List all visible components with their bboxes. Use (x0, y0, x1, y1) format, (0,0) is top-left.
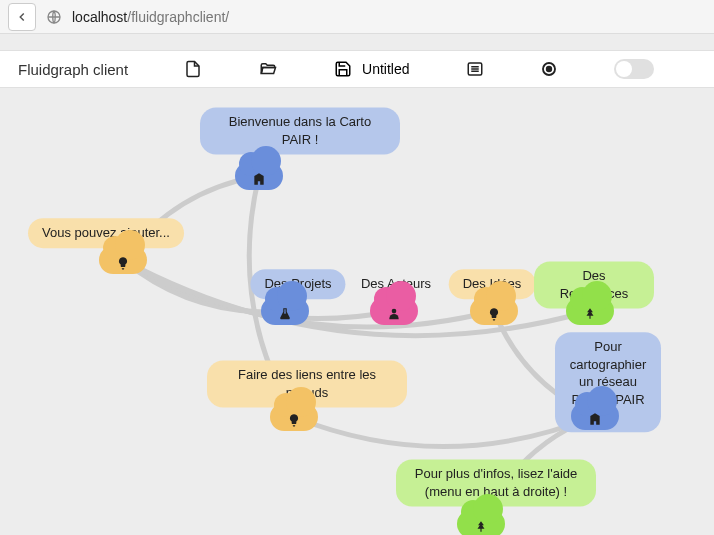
graph-edge (294, 416, 595, 447)
graph-node-acteurs-node[interactable] (370, 297, 418, 325)
save-label: Untitled (362, 61, 409, 77)
svg-point-6 (546, 67, 551, 72)
open-button[interactable] (258, 60, 278, 78)
graph-node-bienvenue-node[interactable] (235, 162, 283, 190)
bulb-icon (487, 307, 501, 325)
graph-canvas[interactable]: Bienvenue dans la Carto PAIR !Vous pouve… (0, 88, 714, 535)
building-icon (588, 412, 602, 430)
globe-icon (46, 9, 62, 25)
url-host: localhost (72, 9, 127, 25)
graph-node-projets-node[interactable] (261, 297, 309, 325)
file-icon (184, 60, 202, 78)
toolbar: Fluidgraph client Untitled (0, 50, 714, 88)
building-icon (252, 172, 266, 190)
list-icon (466, 60, 484, 78)
target-button[interactable] (540, 60, 558, 78)
flask-icon (278, 307, 292, 325)
graph-node-aide-node[interactable] (457, 510, 505, 535)
app-title: Fluidgraph client (18, 61, 128, 78)
svg-point-7 (392, 309, 397, 314)
graph-node-carto-node[interactable] (571, 402, 619, 430)
window-chrome-gap (0, 34, 714, 50)
person-icon (387, 307, 401, 325)
graph-node-ajouter-node[interactable] (99, 246, 147, 274)
graph-node-ressources-node[interactable] (566, 297, 614, 325)
mode-toggle[interactable] (614, 59, 654, 79)
graph-label-bienvenue[interactable]: Bienvenue dans la Carto PAIR ! (200, 107, 400, 154)
graph-node-liens-node[interactable] (270, 403, 318, 431)
tree-icon (583, 307, 597, 325)
address-bar: localhost/fluidgraphclient/ (0, 0, 714, 34)
save-icon (334, 60, 352, 78)
folder-open-icon (258, 60, 278, 78)
save-button[interactable]: Untitled (334, 60, 409, 78)
bulb-icon (116, 256, 130, 274)
arrow-left-icon (15, 10, 29, 24)
new-file-button[interactable] (184, 60, 202, 78)
url-input[interactable]: localhost/fluidgraphclient/ (72, 9, 706, 25)
url-path: /fluidgraphclient/ (127, 9, 229, 25)
tree-icon (474, 520, 488, 535)
back-button[interactable] (8, 3, 36, 31)
bulb-icon (287, 413, 301, 431)
target-icon (540, 60, 558, 78)
graph-node-idees-node[interactable] (470, 297, 518, 325)
list-view-button[interactable] (466, 60, 484, 78)
